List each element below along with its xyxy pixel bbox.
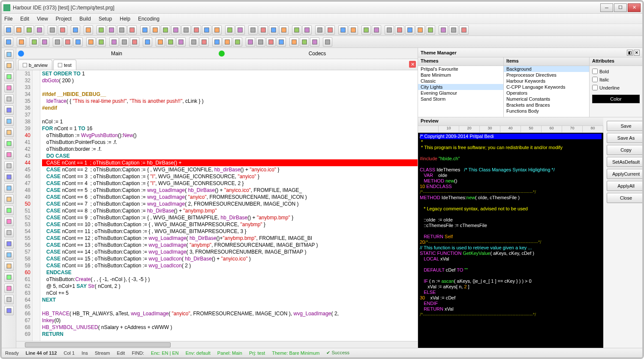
menu-view[interactable]: View	[37, 16, 48, 22]
toolbar-button[interactable]	[171, 25, 181, 35]
toolbar-button[interactable]	[259, 25, 268, 35]
code-line[interactable]: CASE nCont == 3 ; oThisButton:Caption :=…	[42, 173, 418, 180]
toolbar-button[interactable]	[63, 37, 72, 47]
toolbar-button[interactable]	[17, 37, 26, 47]
panel-undock-button[interactable]: ◧	[627, 50, 633, 56]
side-button[interactable]	[4, 83, 14, 93]
toolbar-button[interactable]	[156, 37, 165, 47]
code-line[interactable]: CASE nCont == 4 ; oThisButton:Caption :=…	[42, 180, 418, 187]
close-button[interactable]: ✕	[628, 3, 641, 12]
toolbar-button[interactable]	[315, 25, 325, 35]
code-line[interactable]: oThisButton := WvgPushButton():New()	[42, 132, 418, 139]
code-line[interactable]: oThisButton:Create( , , { -1, -nCol }, {…	[42, 276, 418, 283]
toolbar-button[interactable]	[96, 37, 106, 47]
code-line[interactable]: CASE nCont == 6 ; oThisButton:Caption :=…	[42, 194, 418, 200]
code-line[interactable]: CASE nCont == 11 ; oThisButton:Caption :…	[42, 228, 418, 235]
menu-edit[interactable]: Edit	[20, 16, 29, 22]
code-line[interactable]: NEXT	[42, 296, 418, 303]
toolbar-button[interactable]	[449, 25, 458, 35]
toolbar-button[interactable]	[225, 25, 235, 35]
toolbar-button[interactable]	[439, 25, 448, 35]
toolbar-button[interactable]	[279, 25, 289, 35]
side-button[interactable]	[4, 306, 14, 315]
side-button[interactable]	[4, 72, 14, 81]
code-line[interactable]: ENDCASE	[42, 269, 418, 276]
side-button[interactable]	[4, 217, 14, 226]
toolbar-button[interactable]	[235, 25, 245, 35]
toolbar-button[interactable]	[189, 37, 199, 47]
toolbar-button[interactable]	[361, 25, 371, 35]
code-line[interactable]: nCol += 5	[42, 290, 418, 296]
syntax-item[interactable]: Preprocessor Directives	[504, 72, 589, 78]
toolbar-button[interactable]	[71, 25, 80, 35]
toolbar-button[interactable]	[289, 37, 299, 47]
side-button[interactable]	[4, 117, 14, 126]
code-line[interactable]: CASE nCont == 13 ; oThisButton:Caption :…	[42, 242, 418, 248]
code-line[interactable]	[42, 84, 418, 91]
syntax-item[interactable]: Brackets and Braces	[504, 102, 589, 108]
toolbar-button[interactable]	[349, 25, 358, 35]
toolbar-button[interactable]	[176, 37, 186, 47]
code-line[interactable]: RETURN	[42, 331, 418, 338]
menu-setup[interactable]: Setup	[99, 16, 112, 22]
copy-button[interactable]: Copy	[607, 145, 642, 155]
toolbar-button[interactable]	[277, 37, 286, 47]
side-button[interactable]	[4, 105, 14, 115]
side-button[interactable]	[4, 261, 14, 271]
code-line[interactable]: oThisButton:border := .f.	[42, 146, 418, 153]
code-line[interactable]: CASE nCont == 12 ; oThisButton:Caption :…	[42, 235, 418, 242]
code-line[interactable]: HB_SYMBOL_UNUSED( nSalary + cAddress + c…	[42, 324, 418, 331]
toolbar-button[interactable]	[395, 25, 404, 35]
code-line[interactable]: @ 5, nCol+1 SAY Str( nCont, 2 )	[42, 283, 418, 290]
toolbar-button[interactable]	[4, 37, 13, 47]
code-line[interactable]: FOR nCont = 1 TO 16	[42, 125, 418, 132]
code-line[interactable]: CASE nCont == 14 ; oThisButton:Caption :…	[42, 248, 418, 255]
side-button[interactable]	[4, 139, 14, 148]
toolbar-button[interactable]	[269, 25, 278, 35]
panel-close-button[interactable]: ✕	[634, 50, 640, 56]
toolbar-button[interactable]	[212, 37, 222, 47]
toolbar-button[interactable]	[73, 37, 83, 47]
side-button[interactable]	[4, 128, 14, 137]
code-line[interactable]: CASE nCont == 16 ; oThisButton:Caption :…	[42, 262, 418, 269]
syntax-item[interactable]: Functions Body	[504, 108, 589, 114]
syntax-item[interactable]: Operators	[504, 90, 589, 96]
toolbar-button[interactable]	[325, 25, 335, 35]
syntax-item[interactable]: C-CPP Language Keywords	[504, 84, 589, 90]
toolbar-button[interactable]	[300, 37, 309, 47]
toolbar-button[interactable]	[223, 37, 232, 47]
save-button[interactable]: Save	[607, 121, 642, 131]
toolbar-button[interactable]	[143, 37, 152, 47]
toolbar-button[interactable]	[302, 25, 312, 35]
menu-project[interactable]: Project	[56, 16, 72, 22]
toolbar-button[interactable]	[248, 25, 258, 35]
toolbar-button[interactable]	[266, 37, 276, 47]
menu-build[interactable]: Build	[79, 16, 91, 22]
toolbar-button[interactable]	[192, 25, 201, 35]
side-button[interactable]	[4, 272, 14, 282]
toolbar-button[interactable]	[246, 37, 255, 47]
theme-item[interactable]: Evening Glamour	[418, 90, 503, 96]
toolbar-button[interactable]	[426, 25, 435, 35]
toolbar-button[interactable]	[120, 37, 129, 47]
toolbar-button[interactable]	[166, 37, 175, 47]
close-button[interactable]: Close	[607, 193, 642, 203]
code-line[interactable]	[42, 303, 418, 310]
toolbar-button[interactable]	[35, 25, 44, 35]
toolbar-button[interactable]	[292, 25, 301, 35]
toolbar-button[interactable]	[385, 25, 394, 35]
save-as-button[interactable]: Save As	[607, 133, 642, 143]
side-button[interactable]	[4, 172, 14, 182]
toolbar-button[interactable]	[96, 25, 106, 35]
toolbar-button[interactable]	[117, 25, 126, 35]
theme-item[interactable]: Sand Storm	[418, 96, 503, 102]
toolbar-button[interactable]	[53, 37, 62, 47]
menu-help[interactable]: Help	[120, 16, 130, 22]
code-line[interactable]: #endif	[42, 105, 418, 111]
toolbar-button[interactable]	[181, 25, 191, 35]
underline-checkbox[interactable]: Underline	[592, 85, 640, 90]
theme-item[interactable]: Pritpal's Favourite	[418, 66, 503, 72]
toolbar-button[interactable]	[40, 37, 49, 47]
toolbar-button[interactable]	[109, 37, 119, 47]
items-list[interactable]: BackgroundPreprocessor DirectivesHarbour…	[504, 66, 589, 117]
